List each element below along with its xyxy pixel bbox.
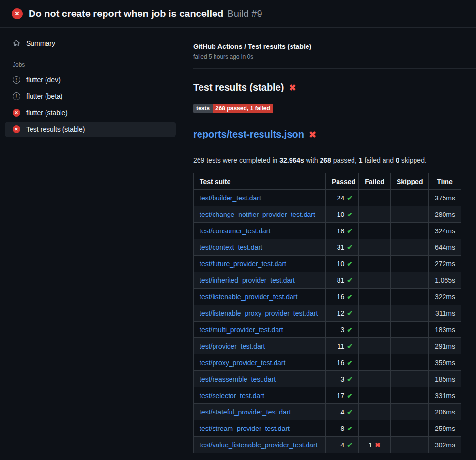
- passed-count: 10: [337, 211, 345, 218]
- failed-cell: [359, 354, 391, 371]
- summary-text: 269 tests were completed in 32.964s with…: [193, 156, 461, 164]
- time-value: 206ms: [435, 408, 455, 416]
- check-icon: ✔: [347, 211, 353, 218]
- check-icon: ✔: [347, 359, 353, 367]
- time-value: 311ms: [435, 309, 455, 317]
- table-row: test/future_provider_test.dart10✔272ms: [194, 256, 461, 272]
- skipped-cell: [391, 239, 429, 256]
- test-suite-link[interactable]: test/context_test.dart: [200, 244, 262, 251]
- time-cell: 359ms: [429, 354, 461, 371]
- table-row: test/inherited_provider_test.dart81✔1.06…: [194, 272, 461, 289]
- time-cell: 206ms: [429, 404, 461, 420]
- column-header-passed: Passed: [326, 173, 359, 190]
- summary-text-part: passed,: [331, 156, 359, 164]
- time-cell: 644ms: [429, 239, 461, 256]
- time-value: 1.065s: [435, 276, 455, 284]
- time-cell: 1.065s: [429, 272, 461, 289]
- test-suite-link[interactable]: test/stream_provider_test.dart: [200, 425, 290, 432]
- sidebar-item-flutter-stable[interactable]: ✕flutter (stable): [5, 105, 176, 121]
- summary-text-part: 0: [396, 156, 399, 164]
- check-icon: ✔: [347, 244, 353, 251]
- passed-count: 11: [338, 342, 345, 350]
- table-row: test/reassemble_test.dart3✔185ms: [194, 371, 461, 387]
- table-row: test/multi_provider_test.dart3✔183ms: [194, 322, 461, 338]
- suite-cell: test/stateful_provider_test.dart: [194, 404, 326, 420]
- report-link[interactable]: reports/test-results.json: [193, 129, 304, 140]
- time-value: 359ms: [435, 359, 455, 367]
- sidebar-item-test-results-stable[interactable]: ✕Test results (stable): [5, 122, 176, 137]
- time-value: 375ms: [435, 194, 455, 202]
- suite-cell: test/builder_test.dart: [194, 190, 326, 206]
- test-suite-link[interactable]: test/listenable_proxy_provider_test.dart: [200, 309, 318, 317]
- failed-x-icon: ✖: [289, 83, 296, 92]
- table-row: test/stateful_provider_test.dart4✔206ms: [194, 404, 461, 420]
- failed-cell: [359, 206, 391, 223]
- failed-x-icon: ✖: [309, 130, 316, 139]
- skipped-cell: [391, 305, 429, 322]
- sidebar-item-flutter-dev[interactable]: !flutter (dev): [5, 72, 176, 88]
- test-suite-link[interactable]: test/inherited_provider_test.dart: [200, 276, 295, 284]
- failed-count: 1: [369, 441, 372, 449]
- check-icon: ✔: [347, 408, 353, 416]
- test-suite-link[interactable]: test/proxy_provider_test.dart: [200, 359, 285, 367]
- passed-cell: 4✔: [326, 437, 359, 453]
- build-number: Build #9: [227, 8, 262, 19]
- passed-count: 12: [337, 309, 345, 317]
- failed-cell: [359, 387, 391, 404]
- skipped-cell: [391, 190, 429, 206]
- test-suite-link[interactable]: test/value_listenable_provider_test.dart: [200, 441, 318, 449]
- skipped-cell: [391, 437, 429, 453]
- section-title: Test results (stable): [193, 82, 284, 93]
- failed-cell: [359, 239, 391, 256]
- page-title: Do not create report when job is cancell…: [29, 8, 223, 19]
- skipped-cell: [391, 420, 429, 437]
- failed-cell: [359, 371, 391, 387]
- check-icon: ✔: [347, 342, 353, 350]
- sidebar: Summary Jobs !flutter (dev)!flutter (bet…: [0, 28, 185, 460]
- time-cell: 311ms: [429, 305, 461, 322]
- time-cell: 272ms: [429, 256, 461, 272]
- passed-cell: 10✔: [326, 206, 359, 223]
- time-cell: 280ms: [429, 206, 461, 223]
- table-row: test/value_listenable_provider_test.dart…: [194, 437, 461, 453]
- test-suite-link[interactable]: test/change_notifier_provider_test.dart: [200, 211, 315, 218]
- test-suite-link[interactable]: test/multi_provider_test.dart: [200, 326, 283, 334]
- time-value: 280ms: [435, 211, 455, 218]
- test-suite-link[interactable]: test/reassemble_test.dart: [200, 375, 276, 383]
- suite-cell: test/change_notifier_provider_test.dart: [194, 206, 326, 223]
- table-row: test/stream_provider_test.dart8✔259ms: [194, 420, 461, 437]
- summary-text-part: failed and: [363, 156, 396, 164]
- table-row: test/builder_test.dart24✔375ms: [194, 190, 461, 206]
- passed-cell: 10✔: [326, 256, 359, 272]
- test-suite-link[interactable]: test/builder_test.dart: [200, 194, 261, 202]
- breadcrumb: GitHub Actions / Test results (stable): [193, 43, 461, 50]
- time-value: 259ms: [435, 425, 455, 432]
- passed-cell: 11✔: [326, 338, 359, 354]
- sidebar-item-summary[interactable]: Summary: [5, 35, 176, 51]
- suite-cell: test/future_provider_test.dart: [194, 256, 326, 272]
- test-suite-link[interactable]: test/provider_test.dart: [200, 342, 265, 350]
- tests-badge: tests 268 passed, 1 failed: [193, 104, 273, 113]
- table-row: test/proxy_provider_test.dart16✔359ms: [194, 354, 461, 371]
- check-icon: ✔: [347, 227, 353, 235]
- passed-cell: 81✔: [326, 272, 359, 289]
- time-value: 272ms: [435, 260, 455, 268]
- suite-cell: test/listenable_provider_test.dart: [194, 289, 326, 305]
- test-suite-link[interactable]: test/future_provider_test.dart: [200, 260, 286, 268]
- test-suite-link[interactable]: test/listenable_provider_test.dart: [200, 293, 297, 301]
- passed-count: 17: [337, 392, 345, 399]
- suite-cell: test/provider_test.dart: [194, 338, 326, 354]
- sidebar-item-flutter-beta[interactable]: !flutter (beta): [5, 89, 176, 104]
- column-header-test-suite: Test suite: [194, 173, 326, 190]
- test-suite-link[interactable]: test/consumer_test.dart: [200, 227, 270, 235]
- time-cell: 375ms: [429, 190, 461, 206]
- test-suite-link[interactable]: test/selector_test.dart: [200, 392, 264, 399]
- check-icon: ✔: [347, 441, 353, 449]
- passed-cell: 31✔: [326, 239, 359, 256]
- time-cell: 331ms: [429, 387, 461, 404]
- test-suite-link[interactable]: test/stateful_provider_test.dart: [200, 408, 291, 416]
- failed-cell: 1✖: [359, 437, 391, 453]
- skipped-cell: [391, 206, 429, 223]
- sidebar-item-label: Test results (stable): [26, 125, 85, 133]
- failed-cell: [359, 190, 391, 206]
